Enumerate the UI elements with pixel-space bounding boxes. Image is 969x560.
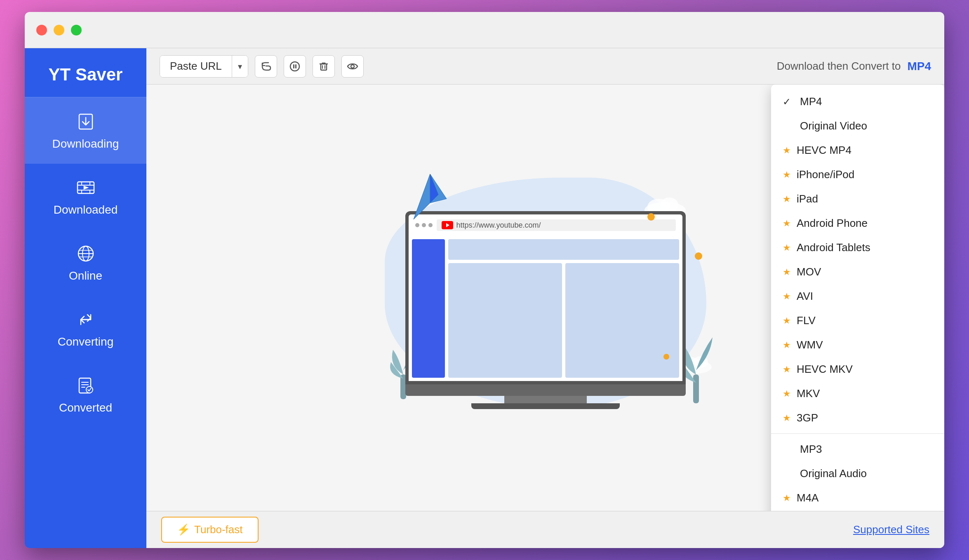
turbo-label: Turbo-fast — [194, 523, 243, 536]
format-label-mp3: MP3 — [800, 443, 822, 456]
dropdown-item-mkv[interactable]: ★ MKV — [771, 381, 944, 406]
sidebar-item-downloaded[interactable]: Downloaded — [25, 164, 146, 230]
convert-label: Download then Convert to — [777, 60, 901, 73]
dropdown-item-3gp[interactable]: ★ 3GP — [771, 406, 944, 430]
paste-url-group[interactable]: Paste URL ▾ — [160, 55, 248, 78]
pause-button[interactable] — [284, 55, 306, 78]
dropdown-item-mp3[interactable]: MP3 — [771, 437, 944, 461]
supported-sites-link[interactable]: Supported Sites — [853, 523, 929, 536]
dropdown-separator — [771, 433, 944, 434]
dropdown-item-avi[interactable]: ★ AVI — [771, 284, 944, 308]
star-icon-m4a: ★ — [783, 493, 791, 504]
format-label-hevc-mkv: HEVC MKV — [797, 363, 853, 376]
star-icon-3gp: ★ — [783, 413, 791, 424]
star-icon-mov: ★ — [783, 267, 791, 278]
maximize-button[interactable] — [71, 25, 82, 35]
format-label-avi: AVI — [797, 290, 813, 303]
turbo-fast-button[interactable]: ⚡ Turbo-fast — [161, 517, 259, 543]
preview-button[interactable] — [341, 55, 364, 78]
sidebar-item-converting[interactable]: Converting — [25, 296, 146, 362]
star-icon-android-tablets: ★ — [783, 242, 791, 253]
svg-marker-9 — [84, 186, 87, 189]
svg-rect-21 — [293, 64, 294, 68]
titlebar — [25, 12, 944, 48]
dropdown-item-flv[interactable]: ★ FLV — [771, 308, 944, 333]
browser-url-bar: https://www.youtube.com/ — [437, 219, 676, 231]
laptop-stand — [504, 396, 587, 403]
selected-format[interactable]: MP4 — [907, 60, 931, 73]
deco-dot-3 — [663, 354, 669, 360]
svg-point-31 — [660, 198, 678, 212]
illustration: https://www.youtube.com/ — [360, 153, 731, 442]
dropdown-item-m4a[interactable]: ★ M4A — [771, 486, 944, 510]
laptop-screen: https://www.youtube.com/ — [405, 211, 686, 384]
browser-sidebar-mock — [412, 239, 445, 378]
sidebar-item-online[interactable]: Online — [25, 230, 146, 296]
format-label-flv: FLV — [797, 314, 816, 327]
dropdown-item-original-video[interactable]: Original Video — [771, 114, 944, 138]
sidebar: YT Saver Downloading — [25, 48, 146, 548]
undo-button[interactable] — [255, 55, 277, 78]
format-label-3gp: 3GP — [797, 412, 818, 424]
dropdown-item-hevc-mp4[interactable]: ★ HEVC MP4 — [771, 138, 944, 162]
dropdown-item-original-audio[interactable]: Original Audio — [771, 461, 944, 486]
paste-url-dropdown-arrow[interactable]: ▾ — [232, 56, 248, 77]
dropdown-item-android-tablets[interactable]: ★ Android Tablets — [771, 235, 944, 260]
format-label-wmv: WMV — [797, 339, 823, 351]
format-label-iphone: iPhone/iPod — [797, 168, 854, 181]
paste-url-button[interactable]: Paste URL — [160, 56, 232, 77]
sidebar-item-downloading[interactable]: Downloading — [25, 98, 146, 164]
bottombar: ⚡ Turbo-fast Supported Sites — [146, 511, 944, 548]
laptop-base — [405, 384, 686, 396]
download-icon — [75, 111, 96, 132]
dropdown-item-wav[interactable]: ★ WAV — [771, 510, 944, 511]
paper-plane — [409, 170, 451, 225]
canvas-area: https://www.youtube.com/ — [146, 85, 944, 511]
sidebar-label-downloading: Downloading — [52, 137, 119, 151]
app-title: YT Saver — [25, 48, 146, 97]
star-icon-flv: ★ — [783, 315, 791, 326]
format-label-original-video: Original Video — [800, 120, 867, 132]
check-icon: ✓ — [783, 96, 794, 108]
svg-point-26 — [351, 65, 354, 68]
svg-rect-36 — [693, 374, 699, 403]
dropdown-item-hevc-mkv[interactable]: ★ HEVC MKV — [771, 357, 944, 381]
browser-main-mock — [448, 239, 679, 378]
dropdown-item-ipad[interactable]: ★ iPad — [771, 187, 944, 211]
star-icon-ipad: ★ — [783, 194, 791, 205]
dropdown-item-mov[interactable]: ★ MOV — [771, 260, 944, 284]
format-dropdown: ✓ MP4 Original Video ★ HEVC MP4 ★ iPhone… — [771, 85, 944, 511]
star-icon-wmv: ★ — [783, 340, 791, 351]
browser-url-text: https://www.youtube.com/ — [456, 221, 541, 230]
globe-icon — [75, 243, 96, 264]
sidebar-label-converted: Converted — [59, 401, 112, 414]
dropdown-item-android-phone[interactable]: ★ Android Phone — [771, 211, 944, 235]
laptop-foot — [471, 403, 620, 409]
svg-rect-23 — [321, 64, 327, 70]
browser-content — [409, 236, 682, 381]
laptop: https://www.youtube.com/ — [405, 211, 686, 409]
content-area: YT Saver Downloading — [25, 48, 944, 548]
sidebar-label-online: Online — [69, 269, 102, 282]
close-button[interactable] — [36, 25, 47, 35]
sidebar-item-converted[interactable]: Converted — [25, 362, 146, 428]
dropdown-item-mp4[interactable]: ✓ MP4 — [771, 89, 944, 114]
sidebar-label-converting: Converting — [58, 335, 113, 348]
format-label-android-phone: Android Phone — [797, 217, 868, 230]
star-icon-hevc-mkv: ★ — [783, 364, 791, 375]
delete-button[interactable] — [313, 55, 335, 78]
dropdown-item-iphone[interactable]: ★ iPhone/iPod — [771, 162, 944, 187]
app-window: YT Saver Downloading — [25, 12, 944, 548]
minimize-button[interactable] — [54, 25, 64, 35]
toolbar: Paste URL ▾ — [146, 48, 944, 85]
svg-point-20 — [290, 62, 299, 71]
format-label-mkv: MKV — [797, 387, 820, 400]
svg-rect-22 — [295, 64, 296, 68]
format-label-mov: MOV — [797, 266, 821, 278]
dropdown-item-wmv[interactable]: ★ WMV — [771, 333, 944, 357]
deco-dot-1 — [647, 213, 655, 221]
star-icon-hevc-mp4: ★ — [783, 145, 791, 156]
star-icon-iphone: ★ — [783, 169, 791, 180]
film-icon — [75, 177, 96, 198]
format-label-mp4: MP4 — [800, 95, 822, 108]
